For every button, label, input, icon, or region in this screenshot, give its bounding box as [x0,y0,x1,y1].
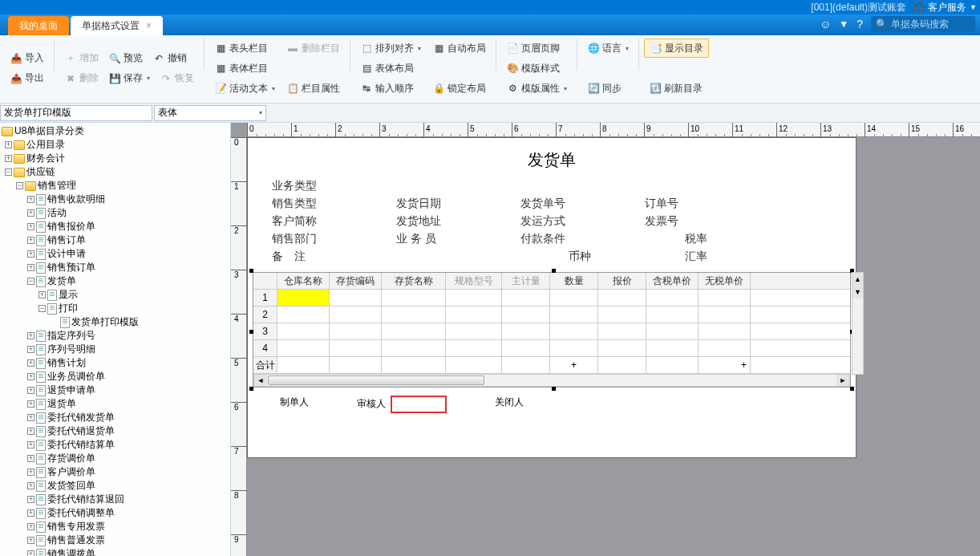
tree-item[interactable]: +序列号明细 [27,343,229,356]
refresh-catalog-button[interactable]: 🔃刷新目录 [644,79,709,98]
template-name-field[interactable]: 发货单打印模版 [0,105,152,121]
expand-icon[interactable]: + [27,250,34,258]
barcode-search[interactable]: 🔍 单据条码搜索 [871,16,975,32]
grid-row[interactable]: 3 [253,323,850,340]
header-col-button[interactable]: ▦表头栏目 [209,39,273,58]
tree-node[interactable]: −供应链 [5,165,229,179]
grid-row[interactable]: 4 [253,340,850,357]
expand-icon[interactable]: + [27,373,34,380]
tree-item[interactable]: +指定序列号 [27,329,229,343]
tab-desktop[interactable]: 我的桌面 [8,16,69,35]
tree-item[interactable]: +销售普通发票 [27,534,229,547]
add-button[interactable]: ＋增加 [59,49,103,68]
tree-item[interactable]: +销售预订单 [27,261,229,274]
tree-item[interactable]: −打印 [27,302,229,315]
del-col-button[interactable]: ▬删除栏目 [281,39,345,58]
tree-item[interactable]: −发货单 [27,274,229,288]
save-button[interactable]: 💾保存▾ [103,69,155,88]
col-header[interactable]: 报价 [598,273,646,289]
col-prop-button[interactable]: 📋栏目属性 [281,79,345,98]
tree-item[interactable]: +销售收款明细 [27,193,229,206]
tree-item[interactable]: +存货调价单 [27,452,229,465]
expand-icon[interactable]: + [27,264,34,271]
expand-icon[interactable]: + [27,196,34,203]
tree-node[interactable]: +财务会计 [5,152,229,165]
import-button[interactable]: 📥导入 [5,49,49,68]
tree-root[interactable]: U8单据目录分类 [2,124,229,138]
tree-item[interactable]: +销售报价单 [27,220,229,233]
expand-icon[interactable]: + [27,387,34,394]
tree-item[interactable]: +发货签回单 [27,479,229,493]
tree-item[interactable]: +销售订单 [27,233,229,247]
align-button[interactable]: ⬚排列对齐▾ [355,39,426,58]
expand-icon[interactable]: + [38,291,46,298]
redo-button[interactable]: ↷恢复 [155,69,199,88]
sync-button[interactable]: 🔄同步 [582,79,634,98]
tpl-style-button[interactable]: 🎨模版样式 [501,59,572,78]
input-order-button[interactable]: ↹输入顺序 [355,79,426,98]
expand-icon[interactable]: + [27,346,34,353]
tree-item[interactable]: +业务员调价单 [27,370,229,384]
customer-service-link[interactable]: 🎧 客户服务 ▼ [913,1,977,14]
expand-icon[interactable]: + [27,441,34,448]
lock-layout-button[interactable]: 🔒锁定布局 [427,79,491,98]
help-icon[interactable]: ? [856,18,863,30]
report-page[interactable]: 发货单 业务类型 销售类型 发货日期 发货单号 订单号 客户简称 发货地址 发运… [247,137,856,458]
expand-icon[interactable]: + [27,332,34,339]
expand-icon[interactable]: + [27,496,34,503]
preview-button[interactable]: 🔍预览 [103,49,148,68]
design-canvas[interactable]: 01234567891011121314151617181920212223 0… [231,123,980,556]
expand-icon[interactable]: − [27,278,34,285]
expand-icon[interactable]: + [27,509,34,517]
tree-item[interactable]: +销售专用发票 [27,520,229,534]
lang-button[interactable]: 🌐语言▾ [582,39,634,58]
tree-item[interactable]: +委托代销调整单 [27,506,229,520]
col-header[interactable]: 主计量 [502,273,550,289]
vertical-scrollbar[interactable]: ▲▼ [852,272,864,375]
close-icon[interactable]: × [146,20,152,31]
tree-node[interactable]: −销售管理 [16,179,229,193]
tree-item[interactable]: +委托代销结算单 [27,438,229,452]
expand-icon[interactable]: + [27,482,34,489]
collapse-icon[interactable]: − [16,182,23,189]
expand-icon[interactable]: + [27,209,34,217]
tree-item[interactable]: +销售计划 [27,356,229,370]
expand-icon[interactable]: + [27,414,34,421]
expand-icon[interactable]: + [27,223,34,230]
tree-item[interactable]: +销售调拨单 [27,547,229,556]
active-text-button[interactable]: 📝活动文本▾ [209,79,280,98]
expand-icon[interactable]: + [27,469,34,476]
header-footer-button[interactable]: 📄页眉页脚 [501,39,572,58]
show-catalog-button[interactable]: 📑显示目录 [644,39,709,58]
undo-button[interactable]: ↶撤销 [148,49,192,68]
tree-item[interactable]: +委托代销结算退回 [27,493,229,506]
horizontal-scrollbar[interactable]: ◄► [253,374,850,387]
col-header[interactable]: 无税单价 [699,273,751,289]
auto-layout-button[interactable]: ▦自动布局 [427,39,491,58]
col-header[interactable]: 数量 [550,273,598,289]
export-button[interactable]: 📤导出 [5,69,49,88]
section-select[interactable]: 表体▾ [154,105,266,121]
tree-item[interactable]: +退货申请单 [27,384,229,397]
catalog-tree[interactable]: U8单据目录分类 +公用目录 +财务会计 −供应链 −销售管理 +销售收款明细+… [0,123,231,556]
smile-icon[interactable]: ☺ [820,18,831,30]
expand-icon[interactable]: + [27,550,34,556]
expand-icon[interactable]: + [27,400,34,408]
tree-item[interactable]: +客户调价单 [27,465,229,479]
col-header[interactable]: 仓库名称 [277,273,330,289]
grid-row[interactable]: 1 [253,290,850,306]
expand-icon[interactable]: + [27,359,34,367]
tree-item[interactable]: +显示 [27,288,229,302]
col-header[interactable]: 含税单价 [646,273,699,289]
tree-item[interactable]: +委托代销发货单 [27,411,229,424]
delete-button[interactable]: ✖删除 [59,69,103,88]
tree-item[interactable]: +设计申请 [27,247,229,261]
body-layout-button[interactable]: ▤表体布局 [355,59,426,78]
expand-icon[interactable]: + [5,155,12,162]
expand-icon[interactable]: + [27,428,34,435]
tpl-prop-button[interactable]: ⚙模版属性▾ [501,79,572,98]
active-cell[interactable] [277,290,330,306]
tree-item[interactable]: +活动 [27,206,229,220]
col-header[interactable]: 存货编码 [330,273,382,289]
tree-node[interactable]: +公用目录 [5,138,229,152]
